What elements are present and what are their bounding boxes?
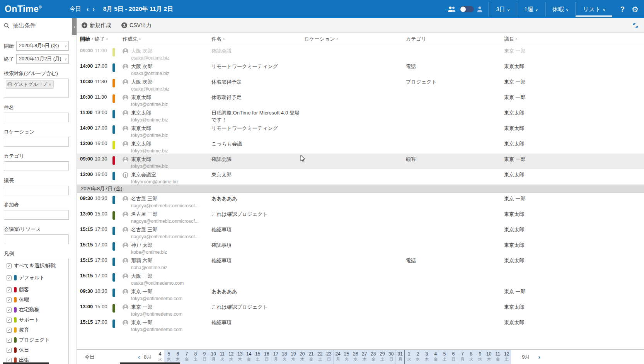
datebar-day-cell[interactable]: 11 火 <box>218 350 227 364</box>
datebar-day-cell[interactable]: 3 木 <box>422 350 431 364</box>
start-date-select[interactable]: 2020年8月5日 (水)∨ <box>16 41 69 51</box>
checkbox-icon[interactable]: ✓ <box>7 338 12 343</box>
prev-period-icon[interactable]: ‹ <box>87 6 89 13</box>
next-period-icon[interactable]: › <box>92 6 94 13</box>
datebar-day-cell[interactable]: 21 金 <box>307 350 315 364</box>
view-1week[interactable]: 1週∨ <box>517 2 545 17</box>
csv-export-button[interactable]: CSV出力 <box>121 22 152 29</box>
filter-field-input[interactable] <box>4 234 69 244</box>
people-toggle[interactable] <box>460 6 474 12</box>
prev-month-icon[interactable]: ‹ <box>138 354 140 360</box>
checkbox-icon[interactable]: ✓ <box>7 287 12 292</box>
datebar-day-cell[interactable]: 5 水 <box>164 350 173 364</box>
datebar-day-cell[interactable]: 12 土 <box>502 350 511 364</box>
checkbox-icon[interactable]: ✓ <box>7 275 12 280</box>
table-row[interactable]: 10:30 11:30 東京太郎 tokyo@ontime.biz 休暇取得予定… <box>77 92 644 107</box>
topbar-today-button[interactable]: 今日 <box>70 5 81 13</box>
datebar-day-cell[interactable]: 9 水 <box>475 350 484 364</box>
table-row[interactable]: 09:30 10:30 東京 一郎 tokyo@ontimedemo.com あ… <box>77 286 644 301</box>
checkbox-icon[interactable]: ✓ <box>7 318 12 323</box>
group-people-icon[interactable] <box>448 6 457 12</box>
sidebar-hscrollbar-thumb[interactable] <box>3 362 49 364</box>
column-header-start[interactable]: 開始∧ <box>80 36 95 43</box>
filter-field-input[interactable] <box>4 161 69 171</box>
filter-field-input[interactable] <box>4 137 69 147</box>
refresh-icon[interactable] <box>632 22 639 29</box>
datebar-day-cell[interactable]: 30 日 <box>387 350 395 364</box>
datebar-day-cell[interactable]: 4 火 <box>155 350 164 364</box>
datebar-day-cell[interactable]: 9 日 <box>200 350 209 364</box>
datebar-day-cell[interactable]: 12 水 <box>227 350 235 364</box>
column-header-chair[interactable]: 議長∧ <box>504 36 644 43</box>
datebar-day-cell[interactable]: 18 火 <box>280 350 289 364</box>
datebar-today-button[interactable]: 今日 <box>85 354 95 361</box>
datebar-day-cell[interactable]: 14 金 <box>244 350 253 364</box>
datebar-day-cell[interactable]: 15 土 <box>253 350 262 364</box>
checkbox-icon[interactable]: ✓ <box>7 328 12 333</box>
end-date-select[interactable]: 2020年11月2日 (月)∨ <box>16 54 69 64</box>
datebar-day-cell[interactable]: 2 水 <box>413 350 422 364</box>
table-row[interactable]: 15:15 17:00 名古屋 三郎 nagoya@ontimebiz.onmi… <box>77 224 644 239</box>
table-row[interactable]: 15:15 17:00 那覇 六郎 naha@ontime.biz 確認事項 電… <box>77 255 644 270</box>
table-row[interactable]: 15:15 17:00 東京 一郎 tokyo@ontimedemo.com 確… <box>77 317 644 332</box>
new-event-button[interactable]: + 新規作成 <box>82 22 111 29</box>
datebar-day-cell[interactable]: 24 月 <box>333 350 342 364</box>
datebar-day-cell[interactable]: 19 水 <box>289 350 298 364</box>
checkbox-icon[interactable]: ✓ <box>7 308 12 313</box>
column-header-creator[interactable]: 作成先∧ <box>123 36 211 43</box>
table-row[interactable]: 13:00 15:00 名古屋 三郎 nagoya@ontimebiz.onmi… <box>77 208 644 224</box>
search-target-box[interactable]: ゲストグループ × <box>4 79 69 98</box>
table-row[interactable]: 14:00 17:00 東京太郎 tokyo@ontime.biz リモートワー… <box>77 123 644 138</box>
datebar-day-cell[interactable]: 5 土 <box>440 350 449 364</box>
datebar-day-cell[interactable]: 31 月 <box>395 350 404 364</box>
view-3days[interactable]: 3日∨ <box>489 2 517 17</box>
table-row[interactable]: 09:30 10:30 名古屋 三郎 nagoya@ontimebiz.onmi… <box>77 193 644 208</box>
group-chip[interactable]: ゲストグループ × <box>6 80 54 89</box>
datebar-day-cell[interactable]: 27 木 <box>360 350 369 364</box>
table-row[interactable]: 14:00 17:00 大阪 次郎 osaka@ontime.biz リモートワ… <box>77 61 644 76</box>
datebar-day-cell[interactable]: 10 木 <box>484 350 493 364</box>
view-list[interactable]: リスト∨ <box>576 2 612 17</box>
datebar-day-cell[interactable]: 16 日 <box>262 350 271 364</box>
next-month-icon[interactable]: › <box>538 354 540 360</box>
checkbox-icon[interactable]: ✓ <box>7 348 12 353</box>
checkbox-icon[interactable]: ✓ <box>7 263 12 268</box>
datebar-day-cell[interactable]: 8 土 <box>191 350 200 364</box>
datebar-day-cell[interactable]: 1 火 <box>404 350 413 364</box>
filter-field-input[interactable] <box>4 113 69 122</box>
table-row[interactable]: 10:30 11:30 大阪 次郎 osaka@ontime.biz 休暇取得予… <box>77 76 644 92</box>
table-row[interactable]: 11:00 13:00 東京太郎 tokyo@ontime.biz 日程調整:O… <box>77 107 644 123</box>
table-row[interactable]: 09:00 10:30 東京太郎 tokyo@ontime.biz 確認会議 顧… <box>77 154 644 169</box>
column-header-location[interactable]: ロケーション∧ <box>304 36 406 43</box>
datebar-day-cell[interactable]: 8 火 <box>467 350 475 364</box>
datebar-day-cell[interactable]: 10 月 <box>209 350 218 364</box>
column-header-end[interactable]: 終了∧ <box>95 36 112 43</box>
datebar-day-cell[interactable]: 26 水 <box>351 350 360 364</box>
datebar-day-cell[interactable]: 23 日 <box>324 350 333 364</box>
remove-chip-icon[interactable]: × <box>49 82 51 87</box>
table-row[interactable]: 15:15 17:00 大阪 三郎 osaka@ontimedemo.com <box>77 270 644 286</box>
datebar-day-cell[interactable]: 29 土 <box>378 350 387 364</box>
view-vacation[interactable]: 休暇∨ <box>545 2 576 17</box>
datebar-day-cell[interactable]: 13 木 <box>235 350 244 364</box>
datebar-day-cell[interactable]: 4 金 <box>431 350 440 364</box>
checkbox-icon[interactable]: ✓ <box>7 297 12 302</box>
column-header-category[interactable]: カテゴリ <box>406 36 504 43</box>
datebar-day-cell[interactable]: 25 火 <box>342 350 351 364</box>
datebar-day-cell[interactable]: 20 木 <box>298 350 307 364</box>
help-button[interactable]: ? <box>620 5 625 14</box>
checkbox-icon[interactable]: ✓ <box>7 358 12 363</box>
filter-field-input[interactable] <box>4 210 69 220</box>
datebar-day-cell[interactable]: 17 月 <box>271 350 280 364</box>
filter-field-input[interactable] <box>4 186 69 195</box>
table-row[interactable]: 13:00 16:00 東京太郎 tokyo@ontime.biz こっちも会議… <box>77 138 644 154</box>
datebar-day-cell[interactable]: 7 金 <box>182 350 191 364</box>
table-row[interactable]: 13:00 16:00 東京会議室 tokyoroom@ontime.biz 東… <box>77 169 644 185</box>
datebar-day-cell[interactable]: 28 金 <box>369 350 378 364</box>
datebar-day-cell[interactable]: 6 日 <box>449 350 458 364</box>
main-hscrollbar-thumb[interactable] <box>120 362 180 364</box>
datebar-day-cell[interactable]: 6 木 <box>173 350 182 364</box>
column-header-subject[interactable]: 件名∧ <box>211 36 304 43</box>
settings-gear-icon[interactable]: ⚙ <box>632 5 639 14</box>
table-row[interactable]: 15:15 17:00 神戸 太郎 kobe@ontime.biz 確認事項 東… <box>77 239 644 255</box>
